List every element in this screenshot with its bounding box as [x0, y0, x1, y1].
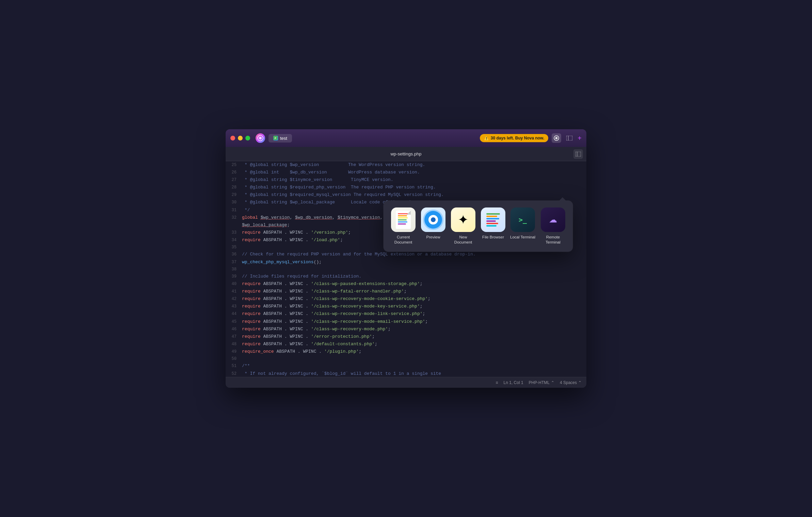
menu-label-local-terminal: Local Terminal [510, 235, 535, 240]
code-line: 47require ABSPATH . WPINC . '/error-prot… [226, 333, 586, 340]
svg-text:P: P [275, 137, 276, 139]
editor-tab[interactable]: P test [269, 134, 292, 143]
current-document-icon [391, 207, 416, 232]
code-line: 45require ABSPATH . WPINC . '/class-wp-r… [226, 318, 586, 326]
menu-label-new-document: New Document [450, 235, 476, 245]
add-panel-button[interactable]: + [578, 134, 582, 142]
sidebar-layout-button[interactable] [565, 133, 574, 143]
code-line: 39// Include files required for initiali… [226, 273, 586, 280]
warning-icon: ⚠️ [484, 136, 489, 140]
statusbar-indent[interactable]: 4 Spaces ⌃ [560, 380, 582, 385]
menu-item-new-document[interactable]: ✦ New Document [449, 206, 477, 246]
new-document-icon: ✦ [451, 207, 475, 232]
code-line: 29 * @global string $required_mysql_vers… [226, 191, 586, 199]
code-line: 26 * @global int $wp_db_version WordPres… [226, 169, 586, 176]
traffic-lights [230, 136, 250, 140]
menu-item-local-terminal[interactable]: >_ Local Terminal [509, 206, 537, 246]
code-line: 43require ABSPATH . WPINC . '/class-wp-r… [226, 303, 586, 310]
nova-logo-icon [256, 133, 265, 143]
code-line: 44require ABSPATH . WPINC . '/class-wp-r… [226, 310, 586, 318]
code-line: 51/** [226, 362, 586, 370]
panel-picker-popup: Current Document Preview ✦ New [384, 201, 573, 252]
titlebar: P test ⚠️ 30 days left. Buy Nova now. [226, 129, 586, 147]
svg-rect-6 [566, 136, 572, 140]
file-type-icon: P [273, 136, 278, 140]
svg-point-5 [555, 137, 558, 139]
code-line: 25 * @global string $wp_version The Word… [226, 161, 586, 169]
menu-item-preview[interactable]: Preview [420, 206, 447, 246]
code-line: 41require ABSPATH . WPINC . '/class-wp-f… [226, 288, 586, 295]
statusbar-language[interactable]: PHP-HTML ⌃ [529, 380, 554, 385]
menu-item-file-browser[interactable]: File Browser [480, 206, 507, 246]
svg-point-1 [259, 137, 262, 139]
code-line: 49require_once ABSPATH . WPINC . '/plugi… [226, 348, 586, 355]
code-line: 42require ABSPATH . WPINC . '/class-wp-r… [226, 295, 586, 303]
code-line: 37wp_check_php_mysql_versions(); [226, 258, 586, 266]
statusbar: ≡ Ln 1, Col 1 PHP-HTML ⌃ 4 Spaces ⌃ [226, 377, 586, 388]
menu-label-preview: Preview [426, 235, 440, 240]
trial-notice[interactable]: ⚠️ 30 days left. Buy Nova now. [480, 134, 549, 142]
preview-button[interactable] [552, 133, 561, 143]
menu-item-current-document[interactable]: Current Document [389, 206, 418, 246]
file-tab[interactable]: wp-settings.php [384, 149, 428, 159]
minimize-button[interactable] [238, 136, 243, 140]
tabbar: wp-settings.php [226, 147, 586, 161]
code-editor[interactable]: 25 * @global string $wp_version The Word… [226, 161, 586, 377]
code-line: 40require ABSPATH . WPINC . '/class-wp-p… [226, 280, 586, 288]
menu-label-remote-terminal: Remote Terminal [540, 235, 566, 245]
app-window: P test ⚠️ 30 days left. Buy Nova now. [226, 129, 586, 388]
code-line: 36// Check for the required PHP version … [226, 251, 586, 258]
sidebar-toggle-button[interactable] [573, 149, 583, 159]
tab-name: test [280, 136, 287, 141]
maximize-button[interactable] [245, 136, 250, 140]
code-line: 48require ABSPATH . WPINC . '/default-co… [226, 340, 586, 348]
statusbar-lines: ≡ [496, 380, 498, 385]
statusbar-position[interactable]: Ln 1, Col 1 [504, 380, 523, 385]
popup-arrow [559, 197, 566, 201]
local-terminal-icon: >_ [510, 207, 535, 232]
titlebar-actions: + [552, 133, 582, 143]
code-line: 38 [226, 266, 586, 273]
menu-label-file-browser: File Browser [482, 235, 504, 240]
code-line: 46require ABSPATH . WPINC . '/class-wp-r… [226, 326, 586, 333]
editor-area[interactable]: 25 * @global string $wp_version The Word… [226, 161, 586, 377]
file-browser-icon [481, 207, 505, 232]
code-line: 28 * @global string $required_php_versio… [226, 184, 586, 191]
svg-rect-8 [575, 152, 581, 156]
code-line: 27 * @global string $tinymce_version Tin… [226, 176, 586, 184]
remote-terminal-icon: ☁ [541, 207, 565, 232]
menu-item-remote-terminal[interactable]: ☁ Remote Terminal [539, 206, 567, 246]
preview-icon [421, 207, 445, 232]
close-button[interactable] [230, 136, 235, 140]
menu-label-current-document: Current Document [390, 235, 416, 245]
code-line: 50 [226, 355, 586, 362]
code-line: 52 * If not already configured, `$blog_i… [226, 370, 586, 377]
